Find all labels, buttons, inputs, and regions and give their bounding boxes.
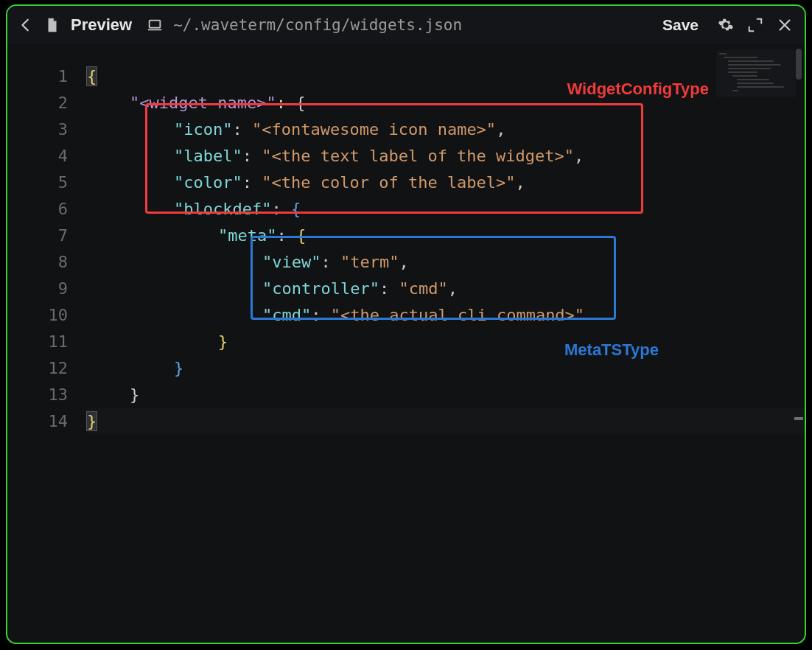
editor-window: Preview ~/.waveterm/config/widgets.json …	[6, 4, 806, 644]
gear-icon[interactable]	[716, 15, 735, 35]
line-number-gutter: 1 2 3 4 5 6 7 8 9 10 11 12 13 14	[7, 44, 87, 643]
header-bar: Preview ~/.waveterm/config/widgets.json …	[7, 6, 805, 44]
code-line[interactable]: }	[87, 382, 805, 408]
code-line[interactable]: }	[87, 355, 805, 382]
line-number: 4	[58, 143, 87, 170]
code-line[interactable]: "color": "<the color of the label>",	[87, 170, 805, 196]
code-line[interactable]: }	[87, 408, 805, 435]
line-number: 12	[49, 355, 88, 382]
line-number: 6	[58, 196, 87, 223]
code-line[interactable]: "icon": "<fontawesome icon name>",	[87, 116, 805, 143]
line-number: 3	[58, 116, 87, 143]
code-line[interactable]: }	[87, 329, 805, 355]
close-icon[interactable]	[775, 15, 794, 35]
code-line[interactable]: "blockdef": {	[87, 196, 805, 223]
minimap[interactable]	[716, 50, 796, 97]
line-number: 8	[58, 249, 87, 276]
editor-body: 1 2 3 4 5 6 7 8 9 10 11 12 13 14 WidgetC…	[7, 44, 805, 643]
file-icon	[44, 17, 60, 33]
back-icon[interactable]	[18, 17, 34, 33]
line-number: 5	[58, 170, 87, 196]
code-line[interactable]: "label": "<the text label of the widget>…	[87, 143, 805, 170]
expand-icon[interactable]	[746, 15, 765, 35]
line-number: 1	[58, 63, 87, 90]
line-number: 9	[58, 276, 87, 302]
svg-rect-0	[150, 21, 161, 28]
annotation-label-widgetconfigtype: WidgetConfigType	[567, 80, 709, 99]
line-number: 2	[58, 90, 87, 116]
vertical-scrollbar[interactable]	[796, 44, 803, 643]
line-number: 11	[49, 329, 88, 355]
line-number: 14	[49, 408, 88, 435]
line-number: 10	[49, 302, 88, 329]
line-number: 7	[58, 223, 87, 249]
file-path[interactable]: ~/.waveterm/config/widgets.json	[173, 16, 462, 34]
code-line[interactable]: "meta": {	[87, 223, 805, 249]
tab-title[interactable]: Preview	[71, 15, 132, 35]
code-line[interactable]: "cmd": "<the actual cli command>"	[87, 302, 805, 329]
code-line[interactable]: "view": "term",	[87, 249, 805, 276]
code-line[interactable]: "controller": "cmd",	[87, 276, 805, 302]
code-editor[interactable]: WidgetConfigType MetaTSType { "<widget n…	[87, 44, 805, 643]
annotation-label-metatstype: MetaTSType	[564, 340, 659, 360]
line-number: 13	[49, 382, 88, 408]
laptop-icon	[147, 17, 163, 33]
save-button[interactable]: Save	[655, 13, 706, 37]
